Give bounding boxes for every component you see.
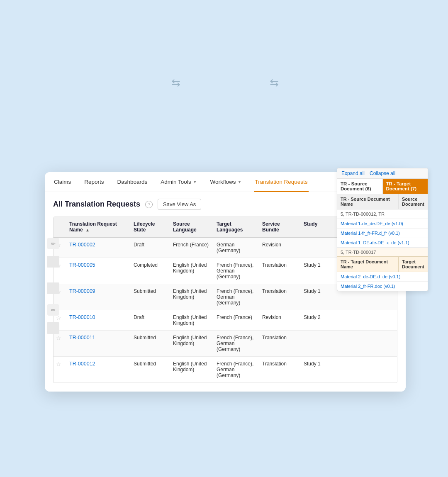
doc-sep-row: 5, TR-TD-000017: [337, 248, 428, 257]
study-5: Study 1: [300, 357, 329, 371]
col-star-header: [54, 217, 66, 237]
nav-claims[interactable]: Claims: [53, 179, 72, 185]
doc-sub-headers: TR - Source Document Name Source Documen…: [337, 194, 428, 209]
source-doc-group-header: TR - Source Document (6): [337, 179, 383, 194]
nav-reports[interactable]: Reports: [83, 179, 105, 185]
star-icon-5[interactable]: ☆: [54, 357, 66, 372]
source-doc-subheader: Source Document: [399, 194, 428, 209]
service-3: Revision: [259, 310, 300, 324]
target-3: French (France): [213, 310, 259, 324]
target-doc-group-header: TR - Target Document (7): [383, 179, 428, 194]
tr-link-1[interactable]: TR-000005: [66, 258, 130, 272]
study-3: Study 2: [300, 310, 329, 324]
col-name-header[interactable]: Translation Request Name ▲: [66, 217, 130, 237]
doc-overlay-panel: Expand all Collapse all TR - Source Docu…: [337, 168, 428, 291]
source-doc-name-subheader: TR - Source Document Name: [337, 194, 399, 209]
study-4: [300, 331, 329, 339]
page-title: All Translation Requests: [53, 200, 140, 209]
workflows-dropdown-arrow: ▼: [238, 180, 242, 184]
lifecycle-4: Submitted: [130, 331, 170, 345]
col-lifecycle-header[interactable]: Lifecycle State: [130, 217, 170, 237]
service-2: Translation: [259, 284, 300, 298]
source-5: English (United Kingdom): [170, 357, 213, 377]
target-doc-subheader: Target Document: [399, 257, 428, 272]
sidebar-edit-icon-2[interactable]: ✏: [47, 304, 59, 316]
sort-name-icon: ▲: [85, 228, 90, 232]
collapse-all-link[interactable]: Collapse all: [370, 170, 395, 176]
target-4: French (France), German (Germany): [213, 331, 259, 356]
nav-workflows[interactable]: Workflows ▼: [209, 179, 243, 185]
target-5: French (France), German (Germany): [213, 357, 259, 382]
source-0: French (France): [170, 238, 213, 252]
expand-collapse-bar: Expand all Collapse all: [337, 168, 428, 179]
source-3: English (United Kingdom): [170, 310, 213, 330]
nav-admin-tools[interactable]: Admin Tools ▼: [160, 179, 197, 185]
target-0: German (Germany): [213, 238, 259, 258]
lifecycle-1: Completed: [130, 258, 170, 272]
target-1: French (France), German (Germany): [213, 258, 259, 284]
doc-link-1[interactable]: Material 1-fr_fr-FR.d_fr (v0.1): [337, 229, 428, 238]
source-1: English (United Kingdom): [170, 258, 213, 278]
col-target-header[interactable]: Target Languages: [213, 217, 259, 237]
col-study-header[interactable]: Study: [300, 217, 329, 237]
source-2: English (United Kingdom): [170, 284, 213, 304]
breadcrumb-partial: 5, TR-TD-000012, TR: [337, 209, 428, 219]
save-view-button[interactable]: Save View As: [158, 199, 201, 210]
tr-link-5[interactable]: TR-000012: [66, 357, 130, 371]
table-row: ☆ TR-000012 Submitted English (United Ki…: [54, 357, 397, 383]
col-service-header[interactable]: Service Bundle: [259, 217, 300, 237]
lifecycle-2: Submitted: [130, 284, 170, 298]
expand-all-link[interactable]: Expand all: [341, 170, 365, 176]
tr-link-2[interactable]: TR-000009: [66, 284, 130, 298]
table-row: ☆ TR-000011 Submitted English (United Ki…: [54, 331, 397, 357]
doc-group-headers: TR - Source Document (6) TR - Target Doc…: [337, 179, 428, 194]
study-0: [300, 238, 329, 246]
sidebar-block-1: [47, 256, 59, 268]
doc-rows-bottom: Material 2_de-DE.d_de (v0.1) Material 2_…: [337, 272, 428, 291]
lifecycle-3: Draft: [130, 310, 170, 324]
table-row: ☆ TR-000010 Draft English (United Kingdo…: [54, 310, 397, 331]
service-5: Translation: [259, 357, 300, 371]
nav-translation-requests[interactable]: Translation Requests: [254, 172, 308, 192]
sidebar: ✏ ✏: [45, 234, 61, 337]
col-source-header[interactable]: Source Language: [170, 217, 213, 237]
doc-rows-top: Material 1-de_de-DE_de (v1.0) Material 1…: [337, 219, 428, 248]
sidebar-block-2: [47, 282, 59, 294]
study-1: Study 1: [300, 258, 329, 272]
sidebar-block-3: [47, 322, 59, 334]
lifecycle-0: Draft: [130, 238, 170, 252]
help-icon[interactable]: ?: [145, 201, 153, 208]
doc-link-3[interactable]: Material 2_de-DE.d_de (v0.1): [337, 272, 428, 282]
sidebar-edit-icon-1[interactable]: ✏: [47, 238, 59, 249]
source-4: English (United Kingdom): [170, 331, 213, 350]
service-4: Translation: [259, 331, 300, 345]
target-2: French (France), German (Germany): [213, 284, 259, 310]
admin-tools-dropdown-arrow: ▼: [193, 180, 197, 184]
tr-link-0[interactable]: TR-000002: [66, 238, 130, 252]
target-doc-name-subheader: TR - Target Document Name: [337, 257, 399, 272]
doc-link-2[interactable]: Material 1_DE-de-DE_x_de (v1.1): [337, 238, 428, 248]
target-doc-sub-headers: TR - Target Document Name Target Documen…: [337, 257, 428, 272]
nav-dashboards[interactable]: Dashboards: [117, 179, 149, 185]
service-0: Revision: [259, 238, 300, 252]
tr-link-3[interactable]: TR-000010: [66, 310, 130, 324]
lifecycle-5: Submitted: [130, 357, 170, 371]
service-1: Translation: [259, 258, 300, 272]
study-2: Study 1: [300, 284, 329, 298]
doc-link-4[interactable]: Material 2_fr-FR.doc (v0.1): [337, 282, 428, 291]
tr-link-4[interactable]: TR-000011: [66, 331, 130, 345]
doc-link-0[interactable]: Material 1-de_de-DE_de (v1.0): [337, 219, 428, 229]
